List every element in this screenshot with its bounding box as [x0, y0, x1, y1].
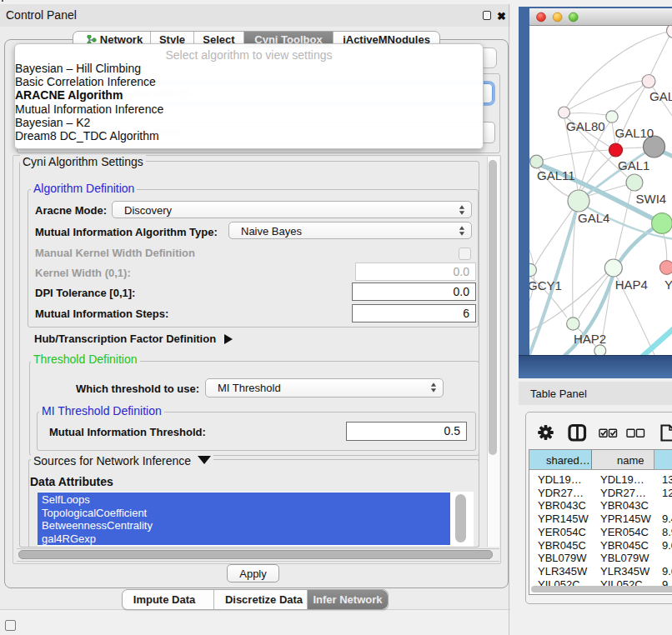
svg-text:HAP2: HAP2	[574, 332, 606, 346]
svg-text:GAL4: GAL4	[578, 211, 609, 225]
svg-text:SWI4: SWI4	[636, 192, 667, 206]
svg-text:YM: YM	[664, 278, 672, 292]
svg-text:GAL1: GAL1	[618, 158, 649, 172]
svg-text:GAL10: GAL10	[615, 126, 654, 140]
svg-text:GAL7: GAL7	[649, 89, 672, 103]
svg-text:GAL11: GAL11	[537, 168, 575, 182]
svg-text:GAL80: GAL80	[566, 119, 605, 133]
svg-text:HAP4: HAP4	[615, 278, 648, 292]
svg-text:GCY1: GCY1	[529, 278, 562, 292]
